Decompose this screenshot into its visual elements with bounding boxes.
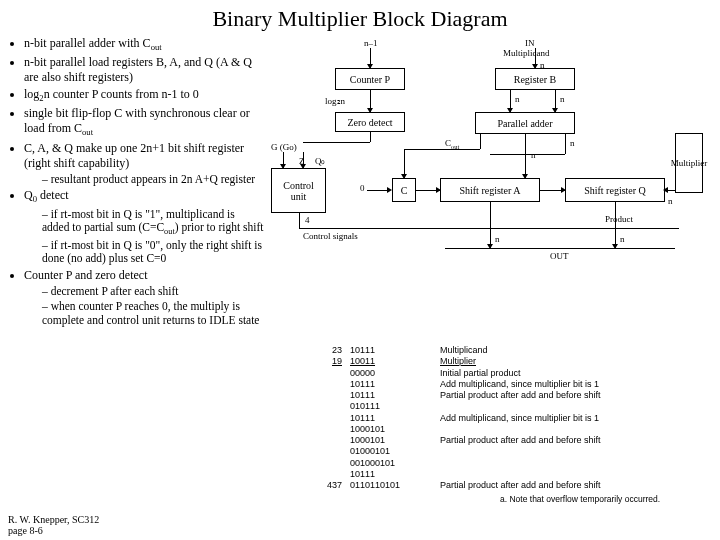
- b6d1: if rt-most bit in Q is "1", multiplicand…: [42, 208, 265, 238]
- b7-dash: decrement P after each shift when counte…: [24, 285, 265, 327]
- lbl-log2n: log₂n: [325, 96, 345, 106]
- trace-row: 2310111Multiplicand: [300, 345, 710, 356]
- line-cout-1: [480, 134, 481, 149]
- tr7c3: [440, 424, 710, 435]
- footer: R. W. Knepper, SC312 page 8-6: [8, 514, 99, 536]
- tr5c3: [440, 401, 710, 412]
- arrow-a-q: [561, 187, 566, 193]
- footer-l1: R. W. Knepper, SC312: [8, 514, 99, 525]
- tr3c3: Add multiplicand, since multiplier bit i…: [440, 379, 710, 390]
- arrow-cout: [401, 174, 407, 179]
- box-counter-p: Counter P: [335, 68, 405, 90]
- block-diagram: n–1 IN Multiplicand n Counter P Register…: [265, 38, 710, 308]
- lbl-g-go: G (Go): [271, 142, 297, 152]
- b4a: single bit flip-flop C with synchronous …: [24, 106, 250, 135]
- content-row: n-bit parallel adder with Cout n-bit par…: [0, 36, 720, 330]
- tr3c2: 10111: [350, 379, 440, 390]
- tr1c2: 10011: [350, 356, 440, 367]
- b3b: n counter P counts from n-1 to 0: [44, 87, 199, 101]
- tr10c1: [300, 458, 350, 469]
- b3a: log: [24, 87, 39, 101]
- tr7c1: [300, 424, 350, 435]
- tr0c1: 23: [300, 345, 350, 356]
- lbl-n-aup: n: [570, 138, 575, 148]
- tr6c3: Add multiplicand, since multiplier bit i…: [440, 413, 710, 424]
- tr2c3: Initial partial product: [440, 368, 710, 379]
- trace-note: a. Note that overflow temporarily occurr…: [500, 494, 710, 505]
- line-zd-2: [303, 142, 370, 143]
- b6b: detect: [37, 188, 69, 202]
- arrow-out-a: [487, 244, 493, 249]
- arrow-adder-a: [522, 174, 528, 179]
- arrow-g: [280, 164, 286, 169]
- tr0c2: 10111: [350, 345, 440, 356]
- tr1c1: 19: [300, 356, 350, 367]
- b1-text: n-bit parallel adder with C: [24, 36, 151, 50]
- trace-row: 10111Add multiplicand, since multiplier …: [300, 379, 710, 390]
- lbl-n-out-a: n: [495, 234, 500, 244]
- trace-row: 1910011Multiplier: [300, 356, 710, 367]
- tr12c2: 0110110101: [350, 480, 440, 491]
- tr10c3: [440, 458, 710, 469]
- b4s: out: [82, 128, 93, 138]
- line-ctrl-v: [299, 213, 300, 228]
- arrow-b-adder1: [507, 108, 513, 113]
- arrow-mult-q: [663, 187, 668, 193]
- tr8c3: Partial product after add and before shi…: [440, 435, 710, 446]
- lbl-out: OUT: [550, 251, 569, 261]
- lbl-n-adder-a: n: [531, 150, 536, 160]
- tr5c2: 010111: [350, 401, 440, 412]
- box-register-b: Register B: [495, 68, 575, 90]
- lbl-in: IN: [525, 38, 535, 48]
- trace-row: 1000101Partial product after add and bef…: [300, 435, 710, 446]
- lbl-n-mult: n: [668, 196, 673, 206]
- right-column: n–1 IN Multiplicand n Counter P Register…: [265, 36, 720, 330]
- trace-row: 10111Partial product after add and befor…: [300, 390, 710, 401]
- line-zd-1: [370, 132, 371, 142]
- trace-row: 1000101: [300, 424, 710, 435]
- b5-dash: resultant product appears in 2n A+Q regi…: [24, 173, 265, 187]
- b6d1s: out: [164, 228, 175, 237]
- b6d1b: ) prior to right shift: [175, 221, 264, 233]
- trace-row: 010111: [300, 401, 710, 412]
- bullet-4: single bit flip-flop C with synchronous …: [24, 106, 265, 138]
- box-control-unit: Control unit: [271, 168, 326, 213]
- trace-row: 10111Add multiplicand, since multiplier …: [300, 413, 710, 424]
- tr3c1: [300, 379, 350, 390]
- b5t: C, A, & Q make up one 2n+1 bit shift reg…: [24, 141, 244, 170]
- tr11c3: [440, 469, 710, 480]
- lbl-n-b1: n: [515, 94, 520, 104]
- tr4c1: [300, 390, 350, 401]
- tr2c1: [300, 368, 350, 379]
- tr0c3: Multiplicand: [440, 345, 710, 356]
- lbl-product: Product: [605, 214, 633, 224]
- lbl-nminus1: n–1: [364, 38, 378, 48]
- box-shift-a: Shift register A: [440, 178, 540, 202]
- tr4c2: 10111: [350, 390, 440, 401]
- tr11c1: [300, 469, 350, 480]
- tr6c2: 10111: [350, 413, 440, 424]
- lbl-multiplicand: Multiplicand: [503, 48, 550, 58]
- line-cout-2: [404, 149, 480, 150]
- tr10c2: 001000101: [350, 458, 440, 469]
- tr6c1: [300, 413, 350, 424]
- bullet-1: n-bit parallel adder with Cout: [24, 36, 265, 53]
- box-parallel-adder: Parallel adder: [475, 112, 575, 134]
- lbl-zero: 0: [360, 183, 365, 193]
- bullet-3: log2n counter P counts from n-1 to 0: [24, 87, 265, 104]
- arrow-nminus1: [367, 64, 373, 69]
- b6d2: if rt-most bit in Q is "0", only the rig…: [42, 239, 265, 267]
- b7d2: when counter P reaches 0, the multiply i…: [42, 300, 265, 328]
- tr9c1: [300, 446, 350, 457]
- box-zero-detect: Zero detect: [335, 112, 405, 132]
- line-out-q: [615, 202, 616, 248]
- line-a-up1: [565, 134, 566, 154]
- footer-l2: page 8-6: [8, 525, 99, 536]
- line-a-up2: [490, 154, 565, 155]
- page-title: Binary Multiplier Block Diagram: [0, 0, 720, 36]
- b6-dash: if rt-most bit in Q is "1", multiplicand…: [24, 208, 265, 267]
- lbl-q0: Q₀: [315, 156, 326, 166]
- box-shift-q: Shift register Q: [565, 178, 665, 202]
- b7d1: decrement P after each shift: [42, 285, 265, 299]
- arrow-z: [300, 164, 306, 169]
